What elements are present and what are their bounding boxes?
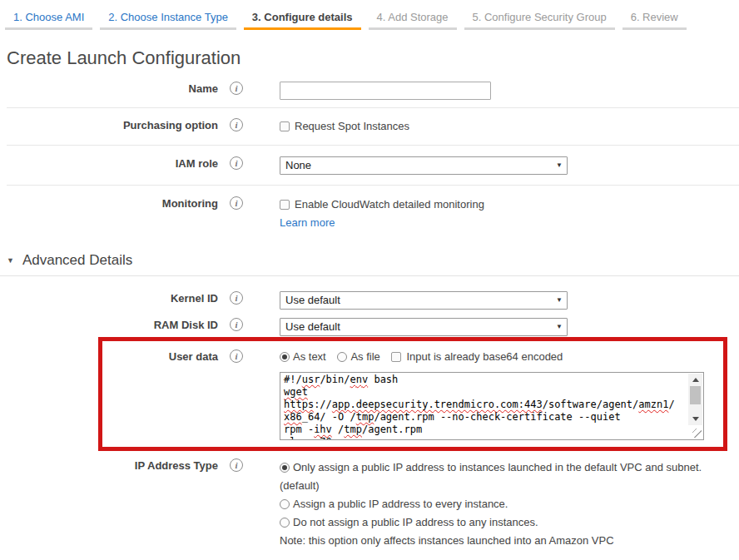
wizard-tabs: 1. Choose AMI 2. Choose Instance Type 3.… bbox=[0, 0, 739, 30]
scroll-down-icon[interactable] bbox=[692, 417, 699, 421]
create-launch-configuration-page: 1. Choose AMI 2. Choose Instance Type 3.… bbox=[0, 0, 739, 560]
user-data-textarea[interactable]: #!/usr/bin/env bashwgethttps://app.deeps… bbox=[280, 372, 704, 440]
ram-disk-id-selected-value: Use default bbox=[285, 319, 340, 335]
tab-configure-details[interactable]: 3. Configure details bbox=[244, 9, 361, 30]
scrollbar-thumb[interactable] bbox=[690, 386, 701, 404]
chevron-down-icon bbox=[556, 157, 563, 174]
row-purchasing-option: Purchasing option Request Spot Instances bbox=[7, 108, 739, 146]
tab-review[interactable]: 6. Review bbox=[622, 9, 687, 30]
as-text-label: As text bbox=[293, 350, 326, 363]
ip-every-instance-radio[interactable] bbox=[280, 499, 290, 509]
monitoring-label: Monitoring bbox=[0, 195, 218, 210]
info-icon[interactable] bbox=[230, 118, 243, 131]
advanced-details-header[interactable]: Advanced Details bbox=[0, 252, 739, 276]
iam-role-selected-value: None bbox=[285, 157, 311, 174]
info-icon[interactable] bbox=[230, 318, 243, 331]
tab-choose-instance-type[interactable]: 2. Choose Instance Type bbox=[100, 9, 236, 30]
info-icon[interactable] bbox=[230, 196, 243, 210]
tab-choose-ami[interactable]: 1. Choose AMI bbox=[5, 9, 92, 30]
purchasing-option-label: Purchasing option bbox=[7, 116, 218, 131]
collapse-triangle-icon bbox=[7, 256, 14, 265]
row-ram-disk-id: RAM Disk ID Use default bbox=[0, 313, 739, 339]
chevron-down-icon bbox=[556, 319, 563, 335]
ram-disk-id-select[interactable]: Use default bbox=[280, 318, 568, 336]
row-iam-role: IAM role None bbox=[7, 146, 739, 186]
base64-encoded-checkbox[interactable] bbox=[391, 352, 401, 362]
info-icon[interactable] bbox=[230, 156, 243, 170]
user-data-label: User data bbox=[0, 348, 218, 363]
row-name: Name bbox=[7, 74, 739, 108]
textarea-scrollbar[interactable] bbox=[688, 374, 702, 425]
tab-add-storage[interactable]: 4. Add Storage bbox=[369, 9, 457, 30]
name-input[interactable] bbox=[280, 82, 491, 100]
info-icon[interactable] bbox=[230, 458, 243, 472]
request-spot-instances-label: Request Spot Instances bbox=[295, 120, 409, 132]
row-ip-address-type: IP Address Type Only assign a public IP … bbox=[0, 452, 739, 552]
ram-disk-id-label: RAM Disk ID bbox=[0, 316, 218, 331]
ip-no-instances-radio[interactable] bbox=[280, 518, 290, 528]
ip-address-type-label: IP Address Type bbox=[0, 457, 218, 472]
resize-grip-icon[interactable] bbox=[692, 429, 702, 438]
row-monitoring: Monitoring Enable CloudWatch detailed mo… bbox=[0, 186, 739, 231]
iam-role-label: IAM role bbox=[7, 155, 218, 170]
kernel-id-selected-value: Use default bbox=[285, 292, 340, 309]
info-icon[interactable] bbox=[230, 82, 243, 95]
iam-role-select[interactable]: None bbox=[280, 156, 568, 175]
learn-more-link[interactable]: Learn more bbox=[280, 215, 335, 231]
info-icon[interactable] bbox=[230, 291, 243, 305]
enable-cloudwatch-checkbox[interactable] bbox=[280, 200, 290, 210]
row-link-to-vpc: Link to VPC bbox=[0, 552, 739, 560]
base64-encoded-label: Input is already base64 encoded bbox=[406, 350, 563, 363]
ip-every-instance-label: Assign a public IP address to every inst… bbox=[293, 498, 508, 510]
ip-default-vpc-label: Only assign a public IP address to insta… bbox=[280, 461, 702, 492]
row-kernel-id: Kernel ID Use default bbox=[0, 286, 739, 313]
as-file-label: As file bbox=[350, 350, 379, 363]
scroll-up-icon[interactable] bbox=[692, 378, 699, 382]
row-user-data: User data As text As file Input is alrea… bbox=[0, 339, 739, 452]
as-file-radio[interactable] bbox=[337, 352, 347, 362]
enable-cloudwatch-label: Enable CloudWatch detailed monitoring bbox=[295, 198, 484, 211]
info-icon[interactable] bbox=[230, 349, 243, 363]
ip-address-type-note: Note: this option only affects instances… bbox=[280, 532, 707, 550]
ip-no-instances-label: Do not assign a public IP address to any… bbox=[293, 516, 538, 528]
as-text-radio[interactable] bbox=[280, 352, 290, 362]
kernel-id-select[interactable]: Use default bbox=[280, 291, 568, 310]
user-data-script: #!/usr/bin/env bashwgethttps://app.deeps… bbox=[280, 373, 703, 439]
ip-default-vpc-radio[interactable] bbox=[280, 463, 290, 473]
page-title: Create Launch Configuration bbox=[7, 47, 739, 69]
chevron-down-icon bbox=[556, 292, 563, 309]
request-spot-instances-checkbox[interactable] bbox=[280, 121, 290, 131]
tab-configure-security-group[interactable]: 5. Configure Security Group bbox=[464, 9, 615, 30]
name-label: Name bbox=[7, 80, 218, 95]
kernel-id-label: Kernel ID bbox=[0, 290, 218, 305]
advanced-details-title: Advanced Details bbox=[22, 252, 132, 269]
